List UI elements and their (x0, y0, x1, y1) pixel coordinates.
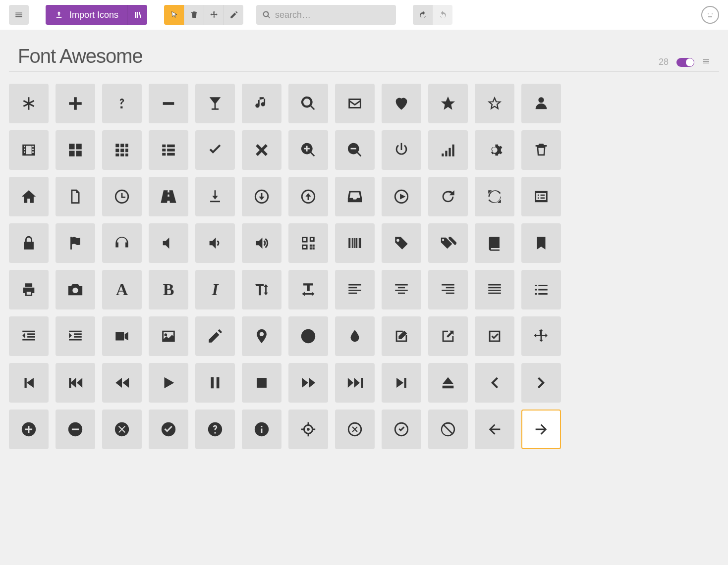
icon-share-square-o[interactable] (428, 316, 468, 356)
icon-book[interactable] (475, 223, 514, 263)
icon-volume-up[interactable] (242, 223, 281, 263)
icon-play[interactable] (149, 363, 188, 403)
icon-signal[interactable] (428, 130, 468, 170)
icon-road[interactable] (149, 177, 188, 216)
icon-tint[interactable] (335, 316, 375, 356)
icon-inbox[interactable] (335, 177, 375, 216)
delete-button[interactable] (184, 5, 204, 25)
icon-list[interactable] (521, 270, 561, 309)
icon-eject[interactable] (428, 363, 468, 403)
icon-check-square-o[interactable] (475, 316, 514, 356)
icon-arrows[interactable] (521, 316, 561, 356)
menu-button[interactable] (9, 5, 29, 25)
icon-image[interactable] (149, 316, 188, 356)
icon-align-justify[interactable] (475, 270, 514, 309)
icon-arrow-circle-o-up[interactable] (288, 177, 328, 216)
icon-lock[interactable] (9, 223, 49, 263)
icon-check-circle[interactable] (149, 410, 188, 449)
icon-bookmark[interactable] (521, 223, 561, 263)
icon-arrow-circle-o-down[interactable] (242, 177, 281, 216)
import-icons-button[interactable]: Import Icons (46, 5, 127, 25)
icon-map-marker[interactable] (242, 316, 281, 356)
icon-font[interactable]: A (102, 270, 142, 309)
icon-camera[interactable] (56, 270, 95, 309)
icon-list-alt[interactable] (521, 177, 561, 216)
icon-plus-circle[interactable] (9, 410, 49, 449)
icon-bold[interactable]: B (149, 270, 188, 309)
icon-forward[interactable] (288, 363, 328, 403)
icon-glass[interactable] (195, 84, 235, 123)
icon-chevron-left[interactable] (475, 363, 514, 403)
icon-ban[interactable] (428, 410, 468, 449)
icon-cog[interactable] (475, 130, 514, 170)
icon-file-o[interactable] (56, 177, 95, 216)
icon-close[interactable] (242, 130, 281, 170)
icon-arrow-left[interactable] (475, 410, 514, 449)
icon-envelope-o[interactable] (335, 84, 375, 123)
icon-th[interactable] (102, 130, 142, 170)
icon-minus[interactable] (149, 84, 188, 123)
icon-search[interactable] (288, 84, 328, 123)
icon-refresh[interactable] (475, 177, 514, 216)
icon-times-circle-o[interactable] (335, 410, 375, 449)
redo-button[interactable] (433, 5, 452, 25)
icon-volume-down[interactable] (195, 223, 235, 263)
search-input[interactable] (275, 10, 390, 20)
icon-times-circle[interactable] (102, 410, 142, 449)
icon-tags[interactable] (428, 223, 468, 263)
icon-clock-o[interactable] (102, 177, 142, 216)
icon-crosshairs[interactable] (288, 410, 328, 449)
icon-check-circle-o[interactable] (382, 410, 421, 449)
icon-headphones[interactable] (102, 223, 142, 263)
icon-print[interactable] (9, 270, 49, 309)
icon-align-center[interactable] (382, 270, 421, 309)
icon-search-plus[interactable] (288, 130, 328, 170)
icon-minus-circle[interactable] (56, 410, 95, 449)
icon-home[interactable] (9, 177, 49, 216)
icon-fast-backward[interactable] (56, 363, 95, 403)
undo-button[interactable] (413, 5, 433, 25)
icon-text-width[interactable] (288, 270, 328, 309)
icon-music[interactable] (242, 84, 281, 123)
icon-th-large[interactable] (56, 130, 95, 170)
icon-step-forward[interactable] (382, 363, 421, 403)
library-button[interactable] (127, 5, 147, 25)
icon-plus[interactable] (56, 84, 95, 123)
select-tool-button[interactable] (164, 5, 184, 25)
icon-text-height[interactable] (242, 270, 281, 309)
icon-question[interactable] (102, 84, 142, 123)
icon-stop[interactable] (242, 363, 281, 403)
icon-repeat[interactable] (428, 177, 468, 216)
icon-film[interactable] (9, 130, 49, 170)
icon-adjust[interactable] (288, 316, 328, 356)
icon-flag[interactable] (56, 223, 95, 263)
icon-edit[interactable] (382, 316, 421, 356)
icon-pencil[interactable] (195, 316, 235, 356)
icon-download[interactable] (195, 177, 235, 216)
icon-align-right[interactable] (428, 270, 468, 309)
icon-search-minus[interactable] (335, 130, 375, 170)
icon-play-circle-o[interactable] (382, 177, 421, 216)
icon-power-off[interactable] (382, 130, 421, 170)
icon-indent[interactable] (56, 316, 95, 356)
set-menu-button[interactable] (702, 57, 710, 67)
icon-qrcode[interactable] (288, 223, 328, 263)
icon-question-circle[interactable] (195, 410, 235, 449)
icon-barcode[interactable] (335, 223, 375, 263)
move-button[interactable] (204, 5, 224, 25)
icon-fast-forward[interactable] (335, 363, 375, 403)
icon-tag[interactable] (382, 223, 421, 263)
search-box[interactable] (256, 5, 396, 25)
icon-volume-off[interactable] (149, 223, 188, 263)
icon-user[interactable] (521, 84, 561, 123)
icon-check[interactable] (195, 130, 235, 170)
icon-pause[interactable] (195, 363, 235, 403)
icon-info-circle[interactable] (242, 410, 281, 449)
icon-heart[interactable] (382, 84, 421, 123)
icon-backward[interactable] (102, 363, 142, 403)
icon-align-left[interactable] (335, 270, 375, 309)
icon-italic[interactable]: I (195, 270, 235, 309)
icon-trash-o[interactable] (521, 130, 561, 170)
icon-step-backward[interactable] (9, 363, 49, 403)
icon-star[interactable] (428, 84, 468, 123)
